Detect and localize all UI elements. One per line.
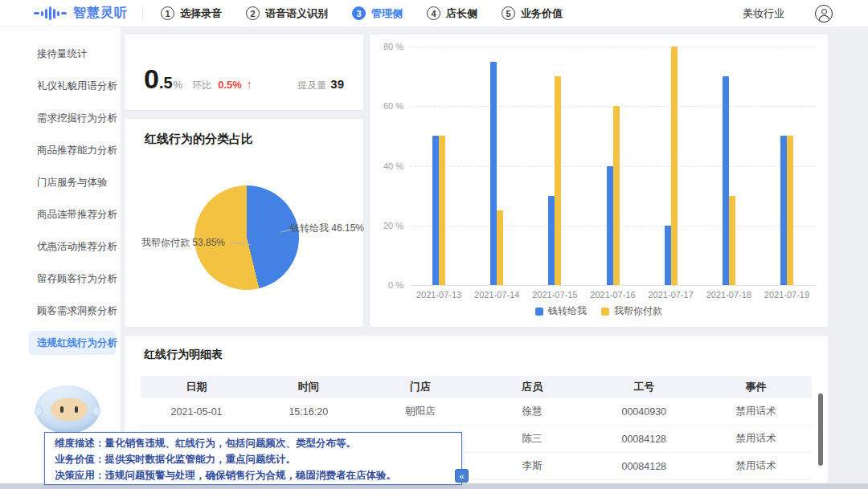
sidebar-item[interactable]: 商品连带推荐分析 bbox=[29, 202, 116, 226]
sidebar-item[interactable]: 留存顾客行为分析 bbox=[29, 267, 116, 291]
step-1[interactable]: 1选择录音 bbox=[161, 6, 222, 21]
dimension-description-tooltip: 维度描述：量化销售违规、红线行为，包括问题频次、类型分布等。 业务价值：提供实时… bbox=[44, 432, 462, 485]
sidebar-item[interactable]: 需求挖掘行为分析 bbox=[29, 106, 116, 130]
step-3[interactable]: 3管理侧 bbox=[352, 6, 403, 21]
y-axis-tick: 80 % bbox=[370, 42, 403, 51]
y-axis-tick: 60 % bbox=[370, 101, 403, 111]
bar-我帮你付款-2021-07-14 bbox=[497, 210, 503, 285]
table-title: 红线行为明细表 bbox=[144, 348, 223, 362]
app-header: 智慧灵听 1选择录音2语音语义识别3管理侧4店长侧5业务价值 美妆行业 bbox=[0, 0, 868, 27]
table-header-cell: 时间 bbox=[252, 380, 364, 394]
bar-钱转给我-2021-07-15 bbox=[548, 196, 555, 285]
table-header-cell: 工号 bbox=[588, 380, 700, 394]
table-header-cell: 事件 bbox=[700, 380, 812, 394]
tooltip-line: 业务价值：提供实时数据化监管能力，重点问题统计。 bbox=[55, 451, 452, 467]
chart-legend: 钱转给我我帮你付款 bbox=[370, 304, 828, 318]
legend-label: 钱转给我 bbox=[548, 304, 587, 318]
app-logo[interactable]: 智慧灵听 bbox=[0, 5, 128, 22]
step-nav: 1选择录音2语音语义识别3管理侧4店长侧5业务价值 bbox=[161, 6, 563, 21]
bar-我帮你付款-2021-07-17 bbox=[671, 47, 678, 285]
compare-label: 环比 bbox=[192, 79, 211, 92]
table-header-cell: 日期 bbox=[141, 380, 252, 394]
step-2[interactable]: 2语音语义识别 bbox=[246, 6, 328, 21]
step-label: 管理侧 bbox=[371, 6, 403, 21]
user-avatar-icon[interactable] bbox=[815, 5, 833, 22]
bar-我帮你付款-2021-07-15 bbox=[555, 76, 561, 285]
sidebar-item[interactable]: 优惠活动推荐分析 bbox=[29, 234, 116, 259]
gridline bbox=[410, 47, 816, 47]
table-cell: 朝阳店 bbox=[364, 405, 476, 418]
step-number-icon: 1 bbox=[161, 6, 174, 20]
x-axis-label: 2021-07-19 bbox=[751, 290, 823, 300]
table-row: 2021-05-0115:16:20朝阳店徐慧00040930禁用话术 bbox=[141, 398, 812, 426]
legend-item-我帮你付款[interactable]: 我帮你付款 bbox=[601, 304, 662, 318]
waveform-logo-icon bbox=[34, 6, 67, 21]
step-number-icon: 5 bbox=[502, 6, 515, 20]
table-header-cell: 门店 bbox=[364, 380, 476, 394]
y-axis-tick: 20 % bbox=[370, 221, 403, 230]
bar-钱转给我-2021-07-17 bbox=[665, 226, 671, 285]
step-label: 语音语义识别 bbox=[265, 6, 328, 21]
table-scrollbar[interactable] bbox=[818, 393, 823, 466]
industry-label: 美妆行业 bbox=[743, 6, 784, 21]
compare-value: 0.5% bbox=[218, 79, 242, 91]
mention-count: 提及量39 bbox=[297, 77, 344, 92]
header-divider bbox=[142, 6, 143, 21]
app-title: 智慧灵听 bbox=[73, 5, 128, 22]
stat-card: 0.5% 环比 0.5% ↑ 提及量39 bbox=[125, 35, 363, 110]
legend-swatch-icon bbox=[535, 308, 543, 316]
pie-chart-title: 红线行为的分类占比 bbox=[145, 132, 253, 147]
table-cell: 禁用话术 bbox=[700, 405, 812, 418]
legend-label: 我帮你付款 bbox=[614, 304, 662, 318]
step-label: 选择录音 bbox=[180, 6, 222, 21]
sidebar-item[interactable]: 接待量统计 bbox=[29, 42, 116, 66]
sidebar-item[interactable]: 门店服务与体验 bbox=[29, 170, 116, 194]
table-cell: 2021-05-01 bbox=[141, 406, 252, 418]
up-arrow-icon: ↑ bbox=[247, 78, 252, 91]
step-label: 业务价值 bbox=[521, 6, 563, 21]
table-cell: 徐慧 bbox=[477, 405, 588, 418]
bar-钱转给我-2021-07-16 bbox=[607, 166, 613, 286]
step-4[interactable]: 4店长侧 bbox=[427, 6, 477, 21]
table-cell: 陈三 bbox=[477, 432, 588, 446]
robot-eye bbox=[75, 406, 78, 413]
bar-我帮你付款-2021-07-13 bbox=[439, 136, 445, 285]
stat-value-fraction: .5 bbox=[159, 74, 173, 92]
stat-value: 0 bbox=[144, 63, 159, 95]
bar-钱转给我-2021-07-18 bbox=[723, 76, 729, 285]
robot-ear bbox=[92, 406, 100, 416]
bar-chart: 0 %20 %40 %60 %80 %2021-07-132021-07-142… bbox=[370, 35, 828, 327]
bar-钱转给我-2021-07-19 bbox=[780, 136, 787, 285]
robot-ear bbox=[35, 406, 43, 416]
sidebar-item[interactable]: 顾客需求洞察分析 bbox=[29, 299, 116, 323]
table-cell: 李斯 bbox=[477, 459, 588, 473]
sidebar-item[interactable]: 违规红线行为分析 bbox=[29, 331, 116, 355]
step-number-icon: 4 bbox=[427, 6, 440, 20]
table-cell: 00040930 bbox=[588, 406, 700, 418]
pie-chart-card: 红线行为的分类占比 钱转给我 46.15% 我帮你付款 53.85% bbox=[125, 119, 363, 327]
bar-我帮你付款-2021-07-16 bbox=[613, 106, 620, 285]
pie-slice-label: 钱转给我 46.15% bbox=[290, 222, 364, 235]
pie-slice-label: 我帮你付款 53.85% bbox=[141, 236, 225, 250]
legend-item-钱转给我[interactable]: 钱转给我 bbox=[535, 304, 587, 318]
table-cell: 00084128 bbox=[588, 461, 700, 472]
table-header-cell: 店员 bbox=[477, 380, 588, 394]
tooltip-line: 决策应用：违规问题预警与处理，确保销售行为合规，稳固消费者在店体验。 bbox=[55, 467, 452, 483]
bar-chart-card: 0 %20 %40 %60 %80 %2021-07-132021-07-142… bbox=[370, 35, 828, 327]
mention-label: 提及量 bbox=[297, 79, 326, 91]
robot-eye bbox=[60, 406, 63, 413]
tooltip-collapse-button[interactable]: « bbox=[455, 469, 469, 483]
step-label: 店长侧 bbox=[446, 6, 477, 21]
sidebar-item[interactable]: 礼仪礼貌用语分析 bbox=[29, 74, 116, 98]
table-cell: 禁用话术 bbox=[700, 459, 812, 473]
sidebar-item[interactable]: 商品推荐能力分析 bbox=[29, 138, 116, 162]
tooltip-line: 维度描述：量化销售违规、红线行为，包括问题频次、类型分布等。 bbox=[55, 435, 452, 451]
y-axis-tick: 0 % bbox=[370, 280, 403, 290]
step-number-icon: 3 bbox=[352, 6, 366, 20]
bar-钱转给我-2021-07-13 bbox=[432, 136, 439, 285]
robot-helmet bbox=[35, 385, 100, 434]
bar-我帮你付款-2021-07-18 bbox=[729, 196, 735, 285]
step-5[interactable]: 5业务价值 bbox=[502, 6, 563, 21]
gridline bbox=[410, 285, 816, 286]
table-cell: 00084128 bbox=[588, 434, 700, 445]
